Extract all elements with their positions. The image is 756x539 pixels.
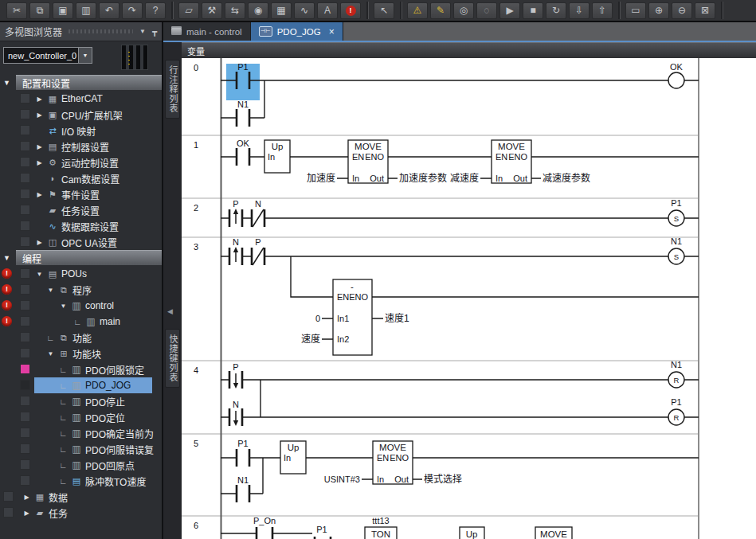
- copy-icon[interactable]: ⧉: [29, 2, 50, 19]
- cut-icon[interactable]: ✂: [6, 2, 27, 19]
- sidebar-item-control[interactable]: ! ▼▥control: [0, 298, 162, 314]
- window-icon[interactable]: ▱: [178, 2, 199, 19]
- sidebar-item-pdo-stop[interactable]: ∟▥PDO停止: [0, 393, 162, 409]
- pin-icon[interactable]: ┳: [152, 27, 157, 36]
- section-programming[interactable]: ▼ 编程: [0, 250, 162, 266]
- sidebar-item-pdo-position[interactable]: ∟▥PDO定位: [0, 409, 162, 425]
- help-icon[interactable]: ?: [145, 2, 166, 19]
- ladder-editor[interactable]: 0 1 2 3 4 5 6 P1: [182, 58, 756, 539]
- abort-icon[interactable]: !: [340, 2, 361, 19]
- download-icon[interactable]: ⇩: [569, 2, 590, 19]
- reset-coil-n1[interactable]: N1 R: [668, 360, 684, 388]
- contact-p-nc[interactable]: P: [252, 237, 264, 265]
- rung-comment-list-tab[interactable]: 行注释列表: [165, 60, 180, 119]
- sync-icon[interactable]: ↻: [546, 2, 566, 19]
- watch-icon[interactable]: ◉: [248, 2, 268, 19]
- sidebar-item-controller-settings[interactable]: ▶▤控制器设置: [0, 139, 162, 154]
- contact-n-falling[interactable]: N: [229, 400, 242, 426]
- sidebar-item-event-settings[interactable]: ▶⚑事件设置: [0, 186, 162, 202]
- sidebar-item-pdo-servo-error-reset[interactable]: ∟▥PDO伺服错误复: [0, 441, 162, 457]
- monitor-off-icon[interactable]: ◌: [476, 2, 497, 19]
- coil-ok[interactable]: OK: [668, 62, 684, 88]
- function-block-move-1[interactable]: MOVE EN ENO In Out 加速度 加速度参数: [307, 140, 447, 184]
- expand-icon[interactable]: ▶: [35, 159, 44, 166]
- section-collapse-icon[interactable]: ▼: [3, 79, 10, 87]
- expand-icon[interactable]: ▶: [35, 143, 44, 150]
- dropdown-arrow-icon[interactable]: ▼: [78, 48, 92, 63]
- build-icon[interactable]: ⚒: [202, 2, 222, 19]
- monitor-icon[interactable]: ◎: [453, 2, 474, 19]
- sidebar-item-pdo-jog[interactable]: ∟▥PDO_JOG: [0, 377, 162, 393]
- rtrig-block-up[interactable]: Up In: [280, 441, 306, 474]
- tab-pdo-jog[interactable]: ⊣⊢ PDO_JOG ×: [251, 22, 343, 41]
- rtrig-block-up[interactable]: Up In: [264, 140, 290, 173]
- expand-icon[interactable]: ▶: [35, 111, 44, 119]
- expand-icon[interactable]: ▶: [35, 239, 44, 246]
- contact-p-on-label[interactable]: P_On: [253, 516, 276, 525]
- contact-n1[interactable]: N1: [237, 475, 249, 502]
- set-coil-p1[interactable]: P1 S: [668, 198, 684, 226]
- expand-icon[interactable]: ▶: [22, 494, 31, 501]
- sidebar-item-cpu-rack[interactable]: ▶▣CPU/扩展机架: [0, 107, 162, 123]
- collapse-icon[interactable]: ▼: [35, 271, 44, 278]
- sidebar-item-main[interactable]: ! ∟▥main: [0, 314, 162, 330]
- sidebar-item-function-blocks[interactable]: ▼⊞功能块: [0, 346, 162, 361]
- contact-n1[interactable]: N1: [237, 100, 249, 127]
- timer-block-ton[interactable]: ttt13 TON: [365, 516, 397, 539]
- expand-icon[interactable]: ▶: [22, 510, 31, 517]
- rtrig-block-up[interactable]: Up: [460, 527, 484, 539]
- contact-p1[interactable]: P1: [237, 439, 249, 467]
- sidebar-item-programs[interactable]: ! ▼⧉程序: [0, 282, 162, 298]
- contact-p-rising[interactable]: P: [229, 199, 242, 227]
- controller-select[interactable]: new_Controller_0 ▼: [3, 47, 92, 64]
- sidebar-item-functions[interactable]: ∟⧉功能: [0, 330, 162, 346]
- collapse-icon[interactable]: ▼: [59, 303, 68, 310]
- sidebar-item-task-settings[interactable]: ▰任务设置: [0, 202, 162, 218]
- pointer-icon[interactable]: ↖: [374, 2, 394, 19]
- run-icon[interactable]: ▶: [499, 2, 520, 19]
- variables-bar[interactable]: 变量: [182, 42, 756, 58]
- delete-icon[interactable]: ▥: [76, 2, 96, 19]
- contact-n-nc[interactable]: N: [252, 199, 264, 227]
- sidebar-item-cam-data[interactable]: ◗Cam数据设置: [0, 170, 162, 186]
- expand-icon[interactable]: ▶: [35, 191, 44, 198]
- close-tab-icon[interactable]: ×: [329, 26, 335, 37]
- sidebar-item-tasks[interactable]: ▶▰任务: [0, 505, 162, 521]
- expand-icon[interactable]: ▶: [35, 96, 44, 103]
- contact-n-rising[interactable]: N: [229, 237, 242, 265]
- data-trace-icon[interactable]: ∿: [294, 2, 315, 19]
- sidebar-item-pous[interactable]: ! ▼▤POUs: [0, 266, 162, 282]
- collapse-panel-icon[interactable]: ◀: [167, 307, 173, 315]
- sidebar-item-io-map[interactable]: ⇄I/O 映射: [0, 123, 162, 139]
- function-block-move-2[interactable]: MOVE EN ENO In Out 减速度 减速度参数: [450, 140, 590, 184]
- function-block-subtract[interactable]: - EN ENO In1 In2 0 速度 速度1: [301, 279, 409, 355]
- function-block-move[interactable]: MOVE: [535, 527, 572, 539]
- watch-table-icon[interactable]: ▦: [271, 2, 292, 19]
- region-select-icon[interactable]: ▭: [625, 2, 646, 19]
- function-block-move[interactable]: MOVE EN ENO In Out USINT#3 模式选择: [324, 441, 462, 485]
- collapse-icon[interactable]: ▼: [46, 350, 55, 357]
- section-config[interactable]: ▼ 配置和设置: [0, 75, 162, 91]
- upload-icon[interactable]: ⇧: [592, 2, 613, 19]
- sidebar-item-data[interactable]: ▶▦数据: [0, 489, 162, 505]
- reset-coil-p1[interactable]: P1 R: [668, 397, 684, 425]
- sidebar-item-pdo-confirm-current[interactable]: ∟▥PDO确定当前为: [0, 425, 162, 441]
- sidebar-item-opcua[interactable]: ▶◫OPC UA设置: [0, 234, 162, 250]
- edit-mode-icon[interactable]: ✎: [430, 2, 451, 19]
- collapse-icon[interactable]: ▼: [46, 287, 55, 294]
- sidebar-item-motion-control[interactable]: ▶⚙运动控制设置: [0, 154, 162, 170]
- undo-icon[interactable]: ↶: [99, 2, 119, 19]
- contact-p1-label[interactable]: P1: [316, 525, 327, 534]
- shortcut-key-list-tab[interactable]: 快捷键列表: [165, 329, 180, 388]
- zoom-in-icon[interactable]: ⊕: [648, 2, 669, 19]
- sidebar-item-pdo-home[interactable]: ∟▥PDO回原点: [0, 457, 162, 473]
- zoom-out-icon[interactable]: ⊖: [672, 2, 692, 19]
- contact-p-falling[interactable]: P: [229, 362, 242, 389]
- stop-icon[interactable]: ■: [523, 2, 543, 19]
- redo-icon[interactable]: ↷: [122, 2, 143, 19]
- set-coil-n1[interactable]: N1 S: [668, 236, 684, 264]
- collapse-chevron-icon[interactable]: ▼: [139, 28, 146, 35]
- warning-icon[interactable]: ⚠: [407, 2, 428, 19]
- zoom-fit-icon[interactable]: ⊠: [695, 2, 715, 19]
- tab-main-control[interactable]: main - control: [163, 22, 251, 41]
